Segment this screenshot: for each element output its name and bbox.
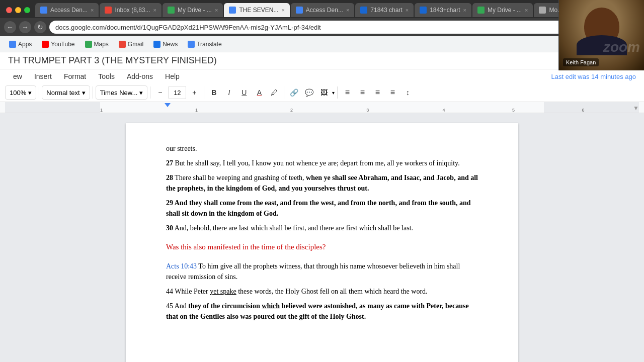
tab-favicon	[229, 7, 236, 14]
verse-28-text: There shall be weeping and gnashing of t…	[175, 174, 306, 182]
tab-close-icon[interactable]: ×	[346, 7, 349, 13]
font-size-increase-button[interactable]: +	[187, 85, 201, 100]
menu-addons[interactable]: Add-ons	[122, 70, 158, 82]
yt-favicon	[42, 41, 49, 48]
menu-tools[interactable]: Tools	[93, 70, 120, 82]
line-spacing-button[interactable]: ↕	[400, 85, 415, 100]
tab-favicon	[296, 7, 303, 14]
ruler-tab-stop[interactable]	[165, 103, 171, 107]
tab-close-icon[interactable]: ×	[525, 7, 528, 13]
image-dropdown-icon[interactable]: ▾	[332, 90, 335, 96]
ruler-content: 1 1 2 3 4 5 6	[5, 102, 639, 113]
forward-button[interactable]: →	[19, 21, 31, 33]
tab-3[interactable]: My Drive - ... ×	[163, 3, 223, 17]
ruler-marker-0: 1	[100, 108, 103, 113]
insert-link-button[interactable]: 🔗	[287, 85, 301, 100]
highlight-button[interactable]: 🖊	[267, 85, 281, 100]
tab-5[interactable]: Access Den... ×	[291, 3, 354, 17]
text-color-button[interactable]: A	[252, 85, 266, 100]
align-center-button[interactable]: ≡	[355, 85, 369, 100]
font-chevron-icon: ▾	[139, 89, 143, 97]
bookmark-label: Translate	[197, 41, 222, 48]
gmail-favicon	[119, 41, 126, 48]
doc-title: TH TRUMPET PART 3 (THE MYSTERY FINISHED)	[8, 55, 596, 66]
tab-6[interactable]: 71843 chart ×	[355, 3, 414, 17]
tab-close-icon[interactable]: ×	[406, 7, 409, 13]
justify-button[interactable]: ≡	[385, 85, 399, 100]
fullscreen-window-btn[interactable]	[24, 7, 30, 13]
back-button[interactable]: ←	[4, 21, 16, 33]
tab-label: My Drive - ...	[178, 7, 212, 14]
tab-close-icon[interactable]: ×	[91, 7, 94, 13]
bookmark-maps[interactable]: Maps	[81, 39, 113, 49]
tab-favicon	[539, 7, 546, 14]
zoom-dropdown[interactable]: 100% ▾	[5, 85, 36, 100]
style-dropdown[interactable]: Normal text ▾	[42, 85, 90, 100]
tab-4-active[interactable]: THE SEVEN... ×	[224, 3, 289, 17]
news-favicon	[153, 41, 160, 48]
bookmark-translate[interactable]: Translate	[184, 39, 226, 49]
tab-label: THE SEVEN...	[239, 7, 278, 14]
verse-44: 44 While Peter yet spake these words, th…	[166, 286, 478, 297]
bookmark-apps[interactable]: Apps	[5, 39, 36, 49]
which-underline: which	[262, 302, 280, 310]
font-dropdown[interactable]: Times New... ▾	[96, 85, 148, 100]
tab-label: Inbox (8,83...	[115, 7, 150, 14]
font-size-input[interactable]	[168, 86, 186, 99]
align-left-button[interactable]: ≡	[340, 85, 354, 100]
spake-underline: yet spake	[210, 288, 236, 295]
address-input[interactable]	[49, 21, 640, 34]
tab-7[interactable]: 1843+chart ×	[415, 3, 471, 17]
minimize-window-btn[interactable]	[15, 7, 21, 13]
doc-scroll-area[interactable]: our streets. 27 But he shall say, I tell…	[0, 113, 644, 362]
tab-close-icon[interactable]: ×	[463, 7, 466, 13]
partial-verse-top: our streets.	[166, 143, 478, 154]
verse-27: 27 But he shall say, I tell you, I know …	[166, 158, 478, 168]
tab-label: My Drive - ...	[488, 7, 522, 14]
tab-1[interactable]: Access Den... ×	[35, 3, 99, 17]
ruler-marker-6: 6	[582, 108, 585, 113]
tab-favicon	[477, 7, 485, 14]
font-size-decrease-button[interactable]: −	[153, 85, 167, 100]
divider-4	[204, 86, 204, 99]
acts-verse: Acts 10:43 To him give all the prophets …	[166, 261, 478, 282]
verse-29-bold: And they shall come from the east, and f…	[166, 199, 471, 217]
tab-8[interactable]: My Drive - ... ×	[472, 3, 533, 17]
bookmark-label: News	[163, 41, 178, 48]
bookmark-gmail[interactable]: Gmail	[115, 39, 147, 49]
verse-30: 30 And, behold, there are last which sha…	[166, 223, 478, 233]
underline-button[interactable]: U	[237, 85, 251, 100]
tab-close-icon[interactable]: ×	[153, 7, 156, 13]
font-size-control: − +	[153, 85, 201, 100]
menu-help[interactable]: Help	[160, 70, 185, 82]
align-right-button[interactable]: ≡	[370, 85, 384, 100]
menu-view[interactable]: ew	[8, 70, 27, 82]
ruler-marker-2: 2	[290, 108, 293, 113]
insert-image-button[interactable]: 🖼	[317, 85, 331, 100]
translate-favicon	[188, 41, 195, 48]
verse-45: 45 And they of the circumcision which be…	[166, 301, 478, 322]
bookmark-news[interactable]: News	[149, 39, 182, 49]
style-chevron-icon: ▾	[82, 89, 86, 97]
tab-bar: Access Den... × Inbox (8,83... × My Driv…	[0, 0, 644, 18]
they-bold: they of the circumcision which believed …	[166, 302, 469, 320]
italic-button[interactable]: I	[222, 85, 236, 100]
ruler-marker-3: 3	[366, 108, 369, 113]
last-edit-info[interactable]: Last edit was 14 minutes ago	[551, 73, 636, 80]
verse-45-text: 45 And they of the circumcision which be…	[166, 302, 469, 320]
insert-comment-button[interactable]: 💬	[302, 85, 316, 100]
tab-close-icon[interactable]: ×	[215, 7, 218, 13]
acts-ref[interactable]: Acts 10:43	[166, 262, 197, 270]
menu-format[interactable]: Format	[59, 70, 91, 82]
divider-1	[39, 86, 39, 99]
tab-2[interactable]: Inbox (8,83... ×	[100, 3, 161, 17]
bookmark-youtube[interactable]: YouTube	[38, 39, 78, 49]
close-window-btn[interactable]	[6, 7, 12, 13]
bold-button[interactable]: B	[207, 85, 221, 100]
tab-close-icon[interactable]: ×	[281, 7, 284, 13]
tab-label: Access Den...	[50, 7, 88, 14]
refresh-button[interactable]: ↻	[34, 21, 46, 33]
tab-label: 71843 chart	[370, 7, 402, 14]
divider-3	[150, 86, 150, 99]
menu-insert[interactable]: Insert	[29, 70, 57, 82]
